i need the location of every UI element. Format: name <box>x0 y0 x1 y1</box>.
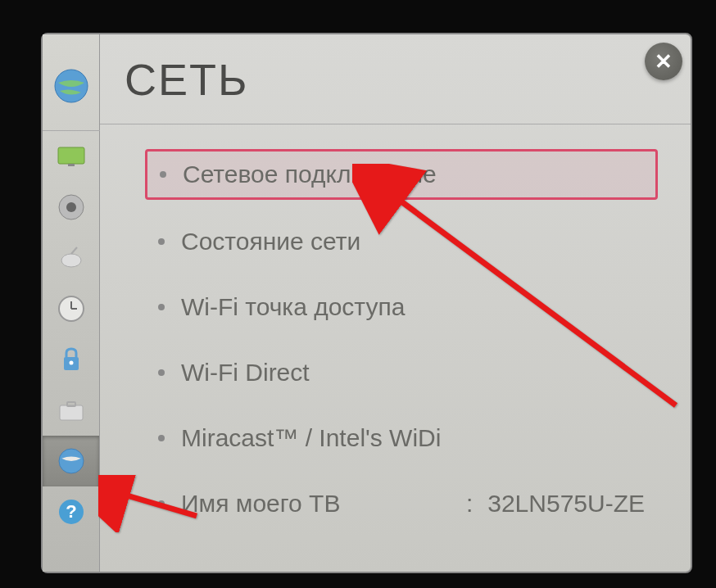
bullet-icon <box>160 171 166 178</box>
sidebar-item-lock[interactable] <box>43 334 99 385</box>
sidebar-item-time[interactable] <box>43 283 99 334</box>
svg-point-12 <box>69 361 73 365</box>
bullet-icon <box>158 304 165 310</box>
close-icon: ✕ <box>655 49 673 75</box>
menu-list: Сетевое подключение Состояние сети Wi-Fi… <box>100 124 691 544</box>
menu-label: Wi-Fi Direct <box>181 359 645 387</box>
sidebar-item-network[interactable] <box>43 436 99 486</box>
satellite-icon <box>57 244 85 272</box>
panel-header: СЕТЬ ✕ <box>100 34 691 124</box>
sidebar-item-support[interactable]: ? <box>43 486 99 537</box>
page-title: СЕТЬ <box>125 54 248 105</box>
menu-label: Wi-Fi точка доступа <box>181 293 645 321</box>
svg-rect-13 <box>60 405 83 420</box>
bullet-icon <box>158 500 165 507</box>
menu-label: Сетевое подключение <box>183 161 643 188</box>
sidebar-item-options[interactable] <box>43 385 99 436</box>
bullet-icon <box>158 238 165 245</box>
sidebar-item-channel[interactable] <box>43 233 99 283</box>
sidebar-item-display[interactable] <box>43 131 99 182</box>
menu-item-network-status[interactable]: Состояние сети <box>145 218 658 265</box>
bullet-icon <box>158 369 165 376</box>
svg-rect-3 <box>68 164 75 166</box>
separator: : <box>466 490 473 518</box>
clock-icon <box>57 294 86 323</box>
sidebar-header-network-icon <box>43 41 100 131</box>
menu-label: Имя моего ТВ <box>181 490 451 518</box>
menu-item-network-connection[interactable]: Сетевое подключение <box>145 149 658 200</box>
menu-label: Состояние сети <box>181 228 645 256</box>
close-button[interactable]: ✕ <box>645 43 682 80</box>
menu-item-tv-name[interactable]: Имя моего ТВ : 32LN575U-ZE <box>145 480 658 527</box>
svg-rect-14 <box>67 402 75 406</box>
menu-item-miracast[interactable]: Miracast™ / Intel's WiDi <box>145 414 658 462</box>
svg-point-6 <box>61 254 81 267</box>
bullet-icon <box>158 435 165 441</box>
svg-point-5 <box>66 202 76 212</box>
briefcase-icon <box>57 399 85 422</box>
content-area: СЕТЬ ✕ Сетевое подключение Состояние сет… <box>100 34 691 572</box>
network-globe-icon <box>52 66 91 106</box>
lock-icon <box>59 346 84 373</box>
speaker-icon <box>57 193 85 221</box>
sidebar-item-sound[interactable] <box>43 182 99 233</box>
sidebar: ? <box>43 34 100 572</box>
settings-panel: ? СЕТЬ ✕ Сетевое подключение Состояние с… <box>41 33 692 573</box>
svg-rect-2 <box>58 147 84 164</box>
help-icon: ? <box>57 498 85 526</box>
menu-value: 32LN575U-ZE <box>487 490 645 518</box>
menu-label: Miracast™ / Intel's WiDi <box>181 424 645 452</box>
menu-item-wifi-direct[interactable]: Wi-Fi Direct <box>145 349 658 396</box>
display-icon <box>57 146 86 167</box>
network-globe-icon <box>55 445 88 477</box>
menu-item-wifi-hotspot[interactable]: Wi-Fi точка доступа <box>145 283 658 331</box>
svg-line-7 <box>71 247 77 254</box>
svg-text:?: ? <box>66 501 76 522</box>
